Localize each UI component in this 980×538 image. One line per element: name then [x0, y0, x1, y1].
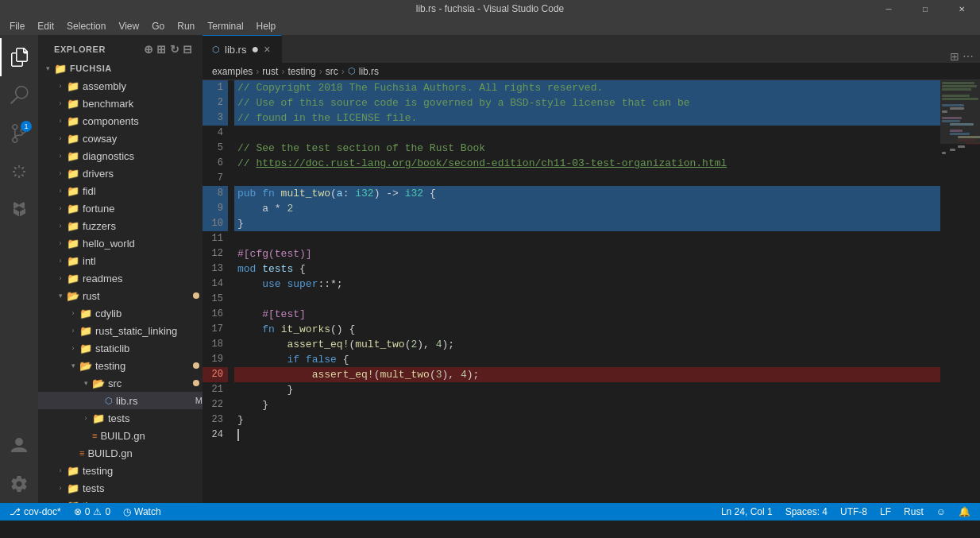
- activity-settings[interactable]: [0, 465, 38, 503]
- code-line: #[cfg(test)]: [234, 246, 940, 261]
- sidebar-item-fuzzers[interactable]: › 📁 fuzzers: [38, 217, 203, 234]
- sidebar-item-diagnostics[interactable]: › 📁 diagnostics: [38, 147, 203, 164]
- collapse-icon[interactable]: ⊟: [183, 43, 193, 56]
- code-line: fn it_works() {: [234, 322, 940, 337]
- code-line-error: assert_eq!(mult_two(3), 4);: [234, 367, 940, 382]
- sidebar-item-build-gn-rust[interactable]: › ≡ BUILD.gn: [38, 444, 203, 462]
- new-file-icon[interactable]: ⊕: [144, 43, 154, 56]
- language-status[interactable]: Rust: [901, 503, 927, 521]
- folder-icon: 📁: [67, 465, 79, 477]
- sidebar-item-staticlib[interactable]: › 📁 staticlib: [38, 339, 203, 357]
- menu-help[interactable]: Help: [250, 19, 283, 33]
- activity-extensions[interactable]: [0, 191, 38, 229]
- code-line: mod tests {: [234, 261, 940, 277]
- code-content[interactable]: // Copyright 2018 The Fuchsia Authors. A…: [234, 80, 940, 503]
- refresh-icon[interactable]: ↻: [170, 43, 180, 56]
- tree-label: diagnostics: [83, 150, 203, 162]
- main-layout: 1 EXPLORER ⊕ ⊞ ↻ ⊟ ▾: [0, 35, 980, 503]
- code-line: }: [234, 216, 940, 231]
- encoding-status[interactable]: UTF-8: [837, 503, 870, 521]
- error-status[interactable]: ⊗ 0 ⚠ 0: [71, 503, 114, 521]
- sidebar-item-readmes[interactable]: › 📁 readmes: [38, 269, 203, 287]
- chevron-right-icon: ›: [54, 272, 67, 284]
- notification-status[interactable]: 🔔: [955, 503, 974, 521]
- sidebar-item-time[interactable]: › 📁 time: [38, 497, 203, 503]
- cursor-position-status[interactable]: Ln 24, Col 1: [718, 503, 776, 521]
- activity-explorer[interactable]: [0, 38, 38, 76]
- folder-icon: 📁: [92, 412, 105, 424]
- error-icon: ⊗: [74, 506, 82, 517]
- folder-icon: 📁: [67, 220, 79, 232]
- sidebar-item-drivers[interactable]: › 📁 drivers: [38, 164, 203, 182]
- minimize-button[interactable]: ─: [870, 0, 907, 17]
- code-line-cursor: [234, 428, 940, 443]
- tab-librs[interactable]: ⬡ lib.rs ● ×: [203, 35, 282, 63]
- language-label: Rust: [904, 506, 924, 517]
- sidebar-item-testing[interactable]: ▾ 📂 testing: [38, 357, 203, 374]
- tree-label: rust_static_linking: [95, 325, 203, 337]
- menu-terminal[interactable]: Terminal: [201, 19, 249, 33]
- sidebar-item-testing-l1[interactable]: › 📁 testing: [38, 462, 203, 479]
- indent-status[interactable]: Spaces: 4: [782, 503, 831, 521]
- code-line: [234, 126, 940, 141]
- breadcrumb-part[interactable]: examples: [212, 66, 253, 77]
- tab-close-button[interactable]: ×: [264, 44, 270, 55]
- sidebar-item-fidl[interactable]: › 📁 fidl: [38, 182, 203, 199]
- activity-source-control[interactable]: 1: [0, 114, 38, 153]
- close-button[interactable]: ✕: [943, 0, 980, 17]
- sidebar-item-tests-nested[interactable]: › 📁 tests: [38, 409, 203, 427]
- chevron-down-icon: ▾: [79, 377, 92, 389]
- sidebar-item-intl[interactable]: › 📁 intl: [38, 252, 203, 269]
- maximize-button[interactable]: □: [907, 0, 943, 17]
- folder-icon: 📁: [67, 255, 79, 267]
- sidebar-item-cowsay[interactable]: › 📁 cowsay: [38, 130, 203, 147]
- line-number: 6: [203, 156, 228, 171]
- folder-icon: 📁: [79, 325, 92, 337]
- menu-go[interactable]: Go: [145, 19, 171, 33]
- modified-indicator: [193, 292, 199, 299]
- sidebar-item-components[interactable]: › 📁 components: [38, 112, 203, 130]
- sidebar-item-build-gn-testing[interactable]: › ≡ BUILD.gn: [38, 427, 203, 444]
- feedback-icon[interactable]: ☺: [933, 503, 949, 521]
- line-number: 10: [203, 216, 228, 231]
- watch-status[interactable]: ◷ Watch: [120, 503, 164, 521]
- menu-view[interactable]: View: [112, 19, 145, 33]
- breadcrumb-part[interactable]: rust: [262, 66, 278, 77]
- breadcrumb-part[interactable]: src: [326, 66, 338, 77]
- sidebar-item-fortune[interactable]: › 📁 fortune: [38, 199, 203, 217]
- new-folder-icon[interactable]: ⊞: [156, 43, 167, 56]
- tree-root-fuchsia[interactable]: ▾ 📁 FUCHSIA: [38, 60, 203, 77]
- menu-file[interactable]: File: [3, 19, 31, 33]
- sidebar-item-librs[interactable]: › ⬡ lib.rs M: [38, 392, 203, 409]
- git-branch-status[interactable]: ⎇ cov-doc*: [6, 503, 64, 521]
- sidebar-item-hello-world[interactable]: › 📁 hello_world: [38, 234, 203, 252]
- eol-status[interactable]: LF: [877, 503, 894, 521]
- activity-account[interactable]: [0, 427, 38, 465]
- sidebar-item-rust-static-linking[interactable]: › 📁 rust_static_linking: [38, 322, 203, 339]
- menu-selection[interactable]: Selection: [60, 19, 112, 33]
- sidebar-item-rust[interactable]: ▾ 📂 rust: [38, 287, 203, 304]
- sidebar-item-cdylib[interactable]: › 📁 cdylib: [38, 304, 203, 322]
- tree-label: fortune: [83, 203, 203, 215]
- tree-label: drivers: [83, 168, 203, 180]
- chevron-right-icon: ›: [54, 237, 67, 250]
- tab-label: lib.rs: [225, 44, 246, 56]
- more-actions-icon[interactable]: ⋯: [963, 50, 974, 63]
- menu-run[interactable]: Run: [171, 19, 201, 33]
- menu-edit[interactable]: Edit: [31, 19, 60, 33]
- sidebar-item-src[interactable]: ▾ 📂 src: [38, 374, 203, 392]
- sidebar-item-assembly[interactable]: › 📁 assembly: [38, 77, 203, 95]
- activity-debug[interactable]: [0, 153, 38, 191]
- split-editor-icon[interactable]: ⊞: [950, 50, 959, 63]
- chevron-right-icon: ›: [54, 202, 67, 215]
- breadcrumb-file[interactable]: lib.rs: [359, 66, 379, 77]
- sidebar-item-tests-l1[interactable]: › 📁 tests: [38, 479, 203, 497]
- activity-search[interactable]: [0, 76, 38, 114]
- line-number: 20: [203, 367, 228, 382]
- code-editor[interactable]: 1 2 3 4 5 6 7 8 9 10 11 12 13 14 15 16 1…: [203, 80, 980, 503]
- encoding-label: UTF-8: [840, 506, 867, 517]
- sidebar-item-benchmark[interactable]: › 📁 benchmark: [38, 95, 203, 112]
- tree-label: testing: [95, 360, 190, 372]
- breadcrumb-part[interactable]: testing: [287, 66, 315, 77]
- folder-icon: 📁: [67, 238, 79, 250]
